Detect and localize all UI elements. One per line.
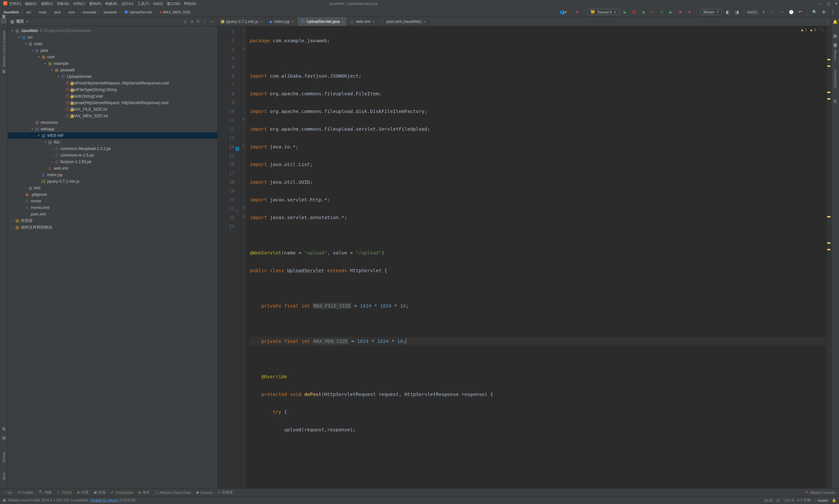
tool-codeup[interactable]: ◆Codeup bbox=[194, 490, 215, 495]
tree-scratch[interactable]: ›▤临时文件和控制台 bbox=[8, 224, 217, 231]
rail-database[interactable]: 数据库 bbox=[832, 30, 838, 33]
tree-test[interactable]: ›▤test bbox=[8, 185, 217, 191]
tree-gitignore[interactable]: ◆.gitignore bbox=[8, 191, 217, 198]
rail-structure[interactable]: 结构 bbox=[1, 440, 7, 445]
rail-maven[interactable]: Maven bbox=[833, 48, 838, 62]
rail-notifications[interactable]: 🔔 bbox=[833, 20, 838, 24]
debug-button[interactable]: 🐞 bbox=[631, 8, 638, 16]
tab-jquery[interactable]: jquery-3.7.1.min.js× bbox=[218, 17, 266, 26]
git-branch[interactable]: ⑂ master bbox=[814, 499, 828, 502]
tab-uploadservlet[interactable]: ⒸUploadServlet.java× bbox=[297, 17, 347, 26]
menu-code[interactable]: 代码(C) bbox=[71, 1, 87, 7]
rail-project[interactable]: 项目 bbox=[1, 18, 7, 23]
tree-dopost[interactable]: ⓜ🔒doPost(HttpServletRequest, HttpServlet… bbox=[8, 80, 217, 87]
fold-gutter[interactable]: ⊟ ⊟ ⊟ ⊟ ⊟ bbox=[241, 26, 246, 488]
tree-upload[interactable]: ⓜ🔒upload(HttpServletRequest, HttpServlet… bbox=[8, 100, 217, 106]
override-gutter-icon[interactable]: ↑ₒ bbox=[235, 206, 240, 215]
rail-design[interactable]: 设计 bbox=[832, 95, 838, 98]
tab-webxml[interactable]: ⟨⟩web.xml× bbox=[347, 17, 378, 26]
tabs-dropdown-icon[interactable]: ⋮ bbox=[823, 17, 831, 26]
git-push-button[interactable]: ↗ bbox=[778, 8, 786, 16]
crumb-class[interactable]: UploadServlet bbox=[124, 10, 152, 14]
crumb-java[interactable]: java bbox=[53, 10, 61, 14]
tree-com[interactable]: ▾▦com bbox=[8, 54, 217, 60]
tool-services[interactable]: ▶服务 bbox=[137, 489, 152, 496]
rail-alibaba[interactable]: Alibaba Cloud Explorer bbox=[1, 28, 6, 70]
menu-view[interactable]: 视图(V) bbox=[39, 1, 55, 7]
close-icon[interactable]: × bbox=[372, 20, 374, 23]
close-icon[interactable]: × bbox=[260, 20, 262, 23]
tree-maxmen[interactable]: ⓕ🔒MAX_MEN_SIZE:int bbox=[8, 113, 217, 119]
tool-jrebel-console[interactable]: ↯JRebel Console bbox=[803, 490, 837, 495]
run-config-dropdown[interactable]: 🐱Tomcat 8▼ bbox=[587, 9, 620, 15]
project-view-dropdown[interactable]: ▼ bbox=[26, 20, 29, 23]
file-encoding[interactable]: UTF-8 bbox=[784, 499, 794, 502]
run-button[interactable]: ▶ bbox=[622, 8, 629, 16]
git-history-button[interactable]: 🕘 bbox=[788, 8, 795, 16]
tree-root[interactable]: ▾▤JavaWebD:\ProjectsFor2024\JavaWeb bbox=[8, 28, 217, 34]
menu-git[interactable]: Git(G) bbox=[151, 1, 165, 6]
select-opened-file-icon[interactable]: ◎ bbox=[182, 18, 189, 25]
tree-webapp[interactable]: ▾▤webapp bbox=[8, 126, 217, 132]
minimize-button[interactable]: — bbox=[819, 2, 822, 5]
cursor-position[interactable]: 18:55 bbox=[764, 499, 773, 502]
tree-jquery[interactable]: JSjquery-3.7.1.min.js bbox=[8, 178, 217, 185]
menu-run[interactable]: 运行(U) bbox=[119, 1, 135, 7]
tree-java[interactable]: ▾▤java bbox=[8, 47, 217, 54]
run-anything-button[interactable]: ▶ bbox=[668, 8, 675, 16]
menu-tools[interactable]: 工具(T) bbox=[135, 1, 151, 7]
close-icon[interactable]: × bbox=[342, 20, 344, 23]
coverage-button[interactable]: ◉ bbox=[640, 8, 647, 16]
jr-btn1[interactable]: ◧ bbox=[724, 8, 731, 16]
crumb-javaweb2[interactable]: javaweb bbox=[103, 10, 118, 14]
crumb-src[interactable]: src bbox=[26, 10, 32, 14]
inspections-widget[interactable]: ▲1 ▲9 ⌃⌄ bbox=[800, 28, 825, 32]
tree-getfiletype[interactable]: ⓜ🔒getFileType(String):String bbox=[8, 87, 217, 93]
tree-mkdir[interactable]: ⓜ🔒mkdir(String):void bbox=[8, 93, 217, 100]
menu-help[interactable]: 帮助(H) bbox=[182, 1, 198, 7]
jrebel-reload-icon[interactable]: ↯ bbox=[686, 8, 693, 16]
profile-button[interactable]: ⋯ bbox=[649, 8, 656, 16]
jr-btn2[interactable]: ◨ bbox=[733, 8, 740, 16]
crumb-example[interactable]: example bbox=[82, 10, 97, 14]
git-update-button[interactable]: ⬇ bbox=[760, 8, 767, 16]
code-content[interactable]: package com.example.javaweb; import com.… bbox=[246, 26, 826, 488]
rail-push[interactable]: 推送 bbox=[1, 74, 7, 79]
tool-git[interactable]: ⑂Git bbox=[2, 490, 14, 495]
crumb-javaweb[interactable]: JavaWeb bbox=[3, 10, 20, 14]
tree-uploadservlet[interactable]: ▾ⒸUploadServlet bbox=[8, 73, 217, 80]
search-icon[interactable]: 🔍 bbox=[811, 8, 818, 16]
stop-button[interactable]: ■ bbox=[677, 8, 684, 16]
jrebel-dropdown[interactable]: JRebel▼ bbox=[700, 9, 722, 15]
status-update-link[interactable]: Update Or Ignore bbox=[90, 498, 118, 502]
code-editor[interactable]: ▲1 ▲9 ⌃⌄ 123456789101112 13 14🌐 151617 1… bbox=[218, 26, 831, 488]
project-tree[interactable]: ▾▤JavaWebD:\ProjectsFor2024\JavaWeb ▾▤sr… bbox=[8, 26, 217, 488]
git-commit-button[interactable]: ✓ bbox=[769, 8, 776, 16]
rail-appservers[interactable]: 应用程序服务 bbox=[832, 39, 838, 42]
menu-window[interactable]: 窗口(W) bbox=[165, 1, 182, 7]
tree-indexjsp[interactable]: ⟨⟩index.jsp bbox=[8, 172, 217, 178]
expand-all-icon[interactable]: ⇲ bbox=[189, 18, 195, 25]
lock-icon[interactable]: 🔒 bbox=[832, 498, 836, 502]
tree-pomxml[interactable]: ✓pom.xml bbox=[8, 211, 217, 217]
tree-maxfile[interactable]: ⓕ🔒MAX_FILE_SIZE:int bbox=[8, 106, 217, 113]
tree-lib1[interactable]: ›⎙commons-fileupload-1.3.2.jar bbox=[8, 145, 217, 152]
tree-external[interactable]: ›▤外部库 bbox=[8, 217, 217, 224]
code-with-me-icon[interactable]: 👥▾ bbox=[559, 8, 567, 16]
tab-indexjsp[interactable]: ◈index.jsp× bbox=[266, 17, 297, 26]
crumb-main[interactable]: main bbox=[38, 10, 47, 14]
rail-web[interactable]: Web bbox=[1, 470, 6, 482]
close-icon[interactable]: × bbox=[292, 20, 294, 23]
rail-restful[interactable]: RestfulTool bbox=[833, 68, 838, 89]
tree-example[interactable]: ▾▦example bbox=[8, 60, 217, 67]
error-stripe[interactable] bbox=[826, 26, 831, 488]
tool-problems[interactable]: ⚠问题 bbox=[75, 489, 90, 496]
ide-settings-icon[interactable]: ⚙ bbox=[820, 8, 827, 16]
menu-build[interactable]: 构建(B) bbox=[103, 1, 119, 7]
menu-edit[interactable]: 编辑(E) bbox=[23, 1, 39, 7]
tree-webinf[interactable]: ▾▤WEB-INF bbox=[8, 132, 217, 139]
crumb-field[interactable]: ● MAX_MEN_SIZE bbox=[159, 10, 191, 14]
tool-terminal[interactable]: ▣终端 bbox=[92, 489, 107, 496]
tree-webxml[interactable]: ⟨⟩web.xml bbox=[8, 165, 217, 172]
jrebel-rocket-icon[interactable]: ↯ bbox=[573, 8, 581, 16]
